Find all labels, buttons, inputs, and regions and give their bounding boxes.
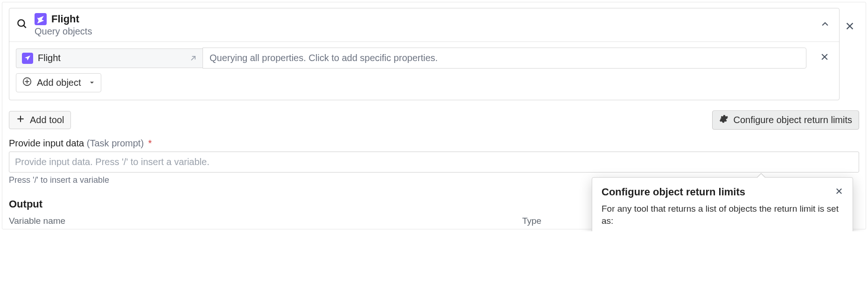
add-tool-button[interactable]: Add tool — [9, 111, 71, 129]
remove-tool-button[interactable] — [842, 19, 857, 34]
query-tool-card: Flight Query objects — [9, 8, 840, 100]
input-data-label: Provide input data (Task prompt) * — [9, 138, 859, 149]
task-prompt-input[interactable] — [9, 152, 859, 173]
collapse-toggle[interactable] — [818, 18, 833, 33]
close-icon — [835, 187, 843, 197]
object-chip-flight[interactable]: Flight — [16, 48, 203, 68]
svg-line-2 — [191, 56, 195, 60]
open-external-icon — [189, 54, 198, 63]
query-tool-header[interactable]: Flight Query objects — [9, 8, 839, 41]
configure-limits-button[interactable]: Configure object return limits — [712, 111, 859, 130]
variable-name-label: Variable name — [9, 216, 504, 226]
add-object-button[interactable]: Add object — [16, 73, 101, 92]
properties-selector[interactable]: Querying all properties. Click to add sp… — [203, 48, 806, 69]
close-icon — [845, 21, 855, 33]
popover-description: For any tool that returns a list of obje… — [602, 203, 843, 227]
query-tool-body: Flight Querying all properties. Click to… — [9, 41, 839, 100]
configure-limits-label: Configure object return limits — [733, 115, 852, 125]
caret-down-icon — [86, 77, 95, 88]
gear-icon — [719, 114, 728, 126]
configure-limits-popover: Configure object return limits For any t… — [592, 177, 853, 231]
remove-object-button[interactable] — [817, 50, 833, 66]
airplane-icon — [35, 13, 47, 25]
object-chip-label: Flight — [38, 53, 61, 63]
search-icon — [16, 18, 28, 32]
tool-title-block: Flight Query objects — [35, 13, 92, 37]
close-icon — [820, 52, 829, 64]
plus-circle-icon — [22, 76, 32, 89]
popover-close-button[interactable] — [835, 187, 843, 198]
plus-icon — [16, 114, 25, 126]
chevron-up-icon — [820, 20, 830, 30]
required-indicator: * — [148, 138, 152, 148]
add-object-label: Add object — [37, 77, 81, 88]
add-tool-label: Add tool — [30, 115, 64, 125]
svg-line-1 — [23, 25, 26, 28]
tool-title: Flight — [51, 13, 79, 25]
popover-title: Configure object return limits — [602, 186, 745, 198]
svg-point-0 — [18, 20, 24, 26]
airplane-icon — [22, 53, 33, 64]
tool-subtitle: Query objects — [35, 26, 92, 37]
